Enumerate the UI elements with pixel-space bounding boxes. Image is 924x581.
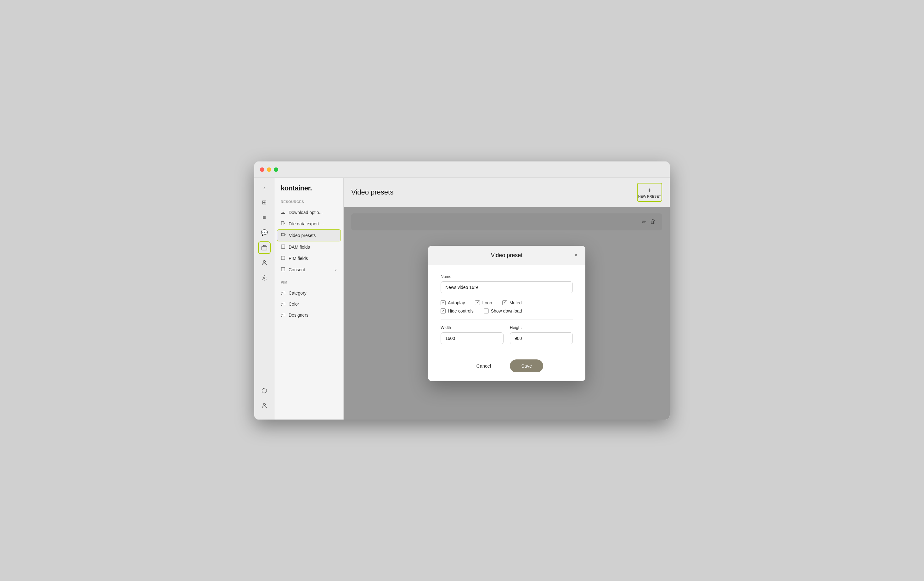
- loop-label: Loop: [482, 300, 492, 305]
- modal-header: Video preset ×: [428, 246, 586, 265]
- height-label: Height: [510, 325, 573, 330]
- resources-section-label: Resources: [274, 200, 343, 207]
- titlebar: [254, 162, 670, 178]
- nav-item-designers[interactable]: 🏷 Designers: [274, 309, 343, 320]
- dimensions-row: Width Height: [441, 325, 573, 344]
- name-input[interactable]: [441, 281, 573, 293]
- minimize-button[interactable]: [267, 167, 271, 172]
- svg-rect-9: [281, 256, 285, 260]
- person-nav-icon[interactable]: [258, 256, 271, 269]
- new-preset-button[interactable]: + NEW PRESET: [637, 183, 662, 202]
- download-icon: [281, 210, 285, 215]
- svg-rect-5: [281, 221, 284, 225]
- hide-controls-checkbox[interactable]: ✓ Hide controls: [441, 309, 474, 314]
- nav-item-file-export[interactable]: File data export ...: [274, 218, 343, 229]
- traffic-lights: [260, 167, 278, 172]
- nav-item-file-export-label: File data export ...: [289, 221, 337, 226]
- modal-body: Name ✓ Autoplay: [428, 265, 586, 354]
- hide-controls-checkbox-box: ✓: [441, 309, 446, 314]
- muted-checkbox[interactable]: ✓ Muted: [502, 300, 522, 305]
- nav-item-video-presets[interactable]: Video presets: [277, 229, 341, 241]
- autoplay-checkbox[interactable]: ✓ Autoplay: [441, 300, 465, 305]
- nav-item-color[interactable]: 🏷 Color: [274, 299, 343, 309]
- nav-item-video-presets-label: Video presets: [289, 233, 337, 238]
- list-nav-icon[interactable]: ≡: [258, 211, 271, 224]
- svg-rect-8: [281, 245, 285, 248]
- nav-item-pim-fields[interactable]: PIM fields: [274, 253, 343, 264]
- cancel-button[interactable]: Cancel: [470, 360, 498, 372]
- help-nav-icon[interactable]: [258, 384, 271, 397]
- autoplay-label: Autoplay: [448, 300, 465, 305]
- main-body: ✏ 🗑 Video preset ×: [344, 207, 670, 419]
- video-preset-modal: Video preset × Name: [428, 246, 586, 381]
- consent-chevron-icon: ∨: [334, 267, 337, 272]
- grid-nav-icon[interactable]: ⊞: [258, 196, 271, 209]
- new-preset-label: NEW PRESET: [638, 195, 661, 198]
- nav-item-download-label: Download optio...: [289, 210, 337, 215]
- account-nav-icon[interactable]: [258, 399, 271, 412]
- svg-point-2: [263, 277, 265, 279]
- svg-point-4: [263, 403, 265, 406]
- muted-checkbox-box: ✓: [502, 300, 507, 305]
- back-button[interactable]: ‹: [259, 183, 269, 193]
- width-input[interactable]: [441, 332, 503, 344]
- plus-icon: +: [648, 187, 652, 194]
- loop-checkbox[interactable]: ✓ Loop: [475, 300, 492, 305]
- nav-item-consent-label: Consent: [289, 267, 331, 272]
- left-nav: kontainer. Resources Download optio...: [274, 178, 344, 419]
- svg-rect-0: [262, 246, 267, 250]
- settings-nav-icon[interactable]: [258, 272, 271, 284]
- main-header: Video presets + NEW PRESET: [344, 178, 670, 207]
- hide-controls-label: Hide controls: [448, 309, 474, 314]
- loop-check-icon: ✓: [476, 300, 479, 305]
- close-button[interactable]: [260, 167, 264, 172]
- main-content: Video presets + NEW PRESET ✏ 🗑: [344, 178, 670, 419]
- width-label: Width: [441, 325, 503, 330]
- icon-sidebar-bottom: [258, 384, 271, 414]
- show-download-checkbox[interactable]: Show download: [484, 309, 522, 314]
- svg-rect-6: [281, 234, 284, 236]
- autoplay-checkbox-box: ✓: [441, 300, 446, 305]
- checkboxes-row-1: ✓ Autoplay ✓ Loop: [441, 300, 573, 305]
- consent-icon: [281, 267, 285, 272]
- show-download-label: Show download: [491, 309, 522, 314]
- maximize-button[interactable]: [274, 167, 278, 172]
- modal-close-button[interactable]: ×: [571, 251, 580, 260]
- nav-item-pim-fields-label: PIM fields: [289, 256, 337, 261]
- name-form-group: Name: [441, 274, 573, 293]
- show-download-checkbox-box: [484, 309, 489, 314]
- svg-point-3: [262, 388, 267, 393]
- briefcase-nav-icon[interactable]: [258, 241, 271, 254]
- width-group: Width: [441, 325, 503, 344]
- height-group: Height: [510, 325, 573, 344]
- comment-nav-icon[interactable]: 💬: [258, 226, 271, 239]
- modal-title: Video preset: [491, 252, 523, 259]
- nav-item-color-label: Color: [289, 302, 337, 307]
- pim-section-label: PIM: [274, 276, 343, 287]
- nav-item-dam-fields[interactable]: DAM fields: [274, 241, 343, 253]
- nav-item-download[interactable]: Download optio...: [274, 207, 343, 218]
- nav-item-category[interactable]: 🏷 Category: [274, 287, 343, 299]
- checkboxes-row-2: ✓ Hide controls Show download: [441, 309, 573, 314]
- dam-fields-icon: [281, 244, 285, 250]
- loop-checkbox-box: ✓: [475, 300, 480, 305]
- height-input[interactable]: [510, 332, 573, 344]
- nav-item-dam-fields-label: DAM fields: [289, 244, 337, 249]
- pim-fields-icon: [281, 256, 285, 261]
- color-icon: 🏷: [281, 301, 285, 307]
- hide-controls-check-icon: ✓: [442, 309, 445, 313]
- icon-sidebar-top: ⊞ ≡ 💬: [258, 196, 271, 381]
- nav-item-consent[interactable]: Consent ∨: [274, 264, 343, 276]
- video-presets-icon: [281, 233, 286, 238]
- designers-icon: 🏷: [281, 312, 285, 318]
- app-body: ‹ ⊞ ≡ 💬: [254, 178, 670, 419]
- icon-sidebar: ‹ ⊞ ≡ 💬: [254, 178, 274, 419]
- name-label: Name: [441, 274, 573, 279]
- svg-point-7: [284, 234, 285, 235]
- muted-label: Muted: [510, 300, 522, 305]
- save-button[interactable]: Save: [510, 360, 543, 372]
- app-logo: kontainer.: [274, 184, 343, 200]
- app-window: ‹ ⊞ ≡ 💬: [254, 162, 670, 419]
- nav-item-category-label: Category: [289, 290, 337, 295]
- page-title: Video presets: [351, 188, 393, 196]
